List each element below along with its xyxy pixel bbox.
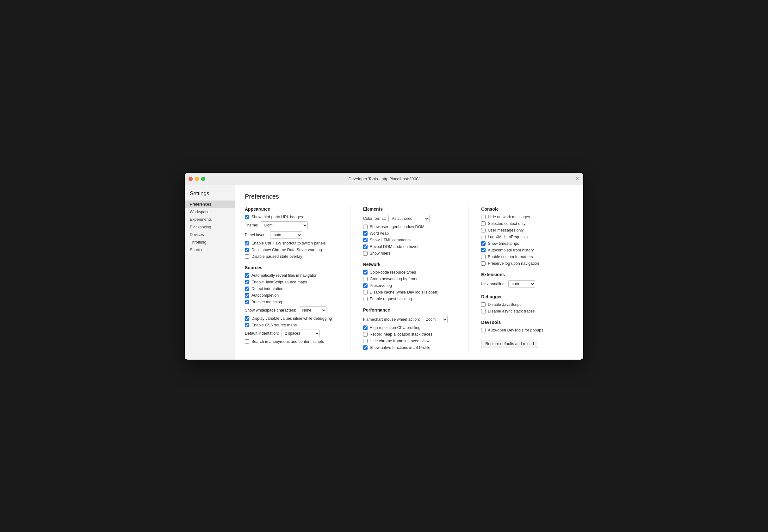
css-source-maps-label[interactable]: Enable CSS source maps bbox=[245, 323, 297, 327]
sidebar-item-throttling[interactable]: Throttling bbox=[185, 238, 235, 246]
disable-paused-label[interactable]: Disable paused state overlay bbox=[245, 254, 302, 259]
show-native-functions-row: Show native functions in JS Profile bbox=[363, 345, 456, 350]
hide-chrome-frame-label[interactable]: Hide chrome frame in Layers view bbox=[363, 339, 430, 343]
search-anonymous-label[interactable]: Search in anonymous and content scripts bbox=[245, 339, 324, 344]
auto-reveal-label[interactable]: Automatically reveal files in navigator bbox=[245, 273, 317, 278]
bracket-matching-checkbox[interactable] bbox=[245, 300, 249, 304]
request-blocking-checkbox[interactable] bbox=[363, 297, 368, 301]
group-network-checkbox[interactable] bbox=[363, 277, 368, 281]
sidebar-item-blackboxing[interactable]: Blackboxing bbox=[185, 223, 235, 231]
user-agent-shadow-text: Show user agent shadow DOM bbox=[370, 225, 424, 229]
custom-formatters-label[interactable]: Enable custom formatters bbox=[481, 255, 533, 259]
default-indentation-select[interactable]: 2 spaces 4 spaces 8 spaces Tab character bbox=[282, 330, 320, 337]
reveal-dom-label[interactable]: Reveal DOM node on hover bbox=[363, 244, 419, 249]
auto-reveal-checkbox[interactable] bbox=[245, 273, 249, 278]
search-anonymous-checkbox[interactable] bbox=[245, 339, 249, 344]
restore-defaults-button[interactable]: Restore defaults and reload bbox=[481, 340, 538, 348]
user-messages-checkbox[interactable] bbox=[481, 228, 486, 232]
sidebar-item-workspace[interactable]: Workspace bbox=[185, 208, 235, 216]
minimize-traffic-light[interactable] bbox=[195, 177, 199, 181]
sidebar-item-experiments[interactable]: Experiments bbox=[185, 216, 235, 223]
request-blocking-label[interactable]: Enable request blocking bbox=[363, 297, 412, 301]
autocomplete-history-label[interactable]: Autocomplete from history bbox=[481, 248, 534, 252]
whitespace-select[interactable]: None All Trailing bbox=[299, 306, 326, 314]
group-network-label[interactable]: Group network log by frame bbox=[363, 277, 418, 281]
data-saver-label[interactable]: Don't show Chrome Data Saver warning bbox=[245, 248, 322, 252]
log-xmlhttp-checkbox[interactable] bbox=[481, 235, 486, 239]
selected-context-checkbox[interactable] bbox=[481, 221, 486, 226]
hide-network-messages-label[interactable]: Hide network messages bbox=[481, 215, 530, 219]
autocompletion-checkbox[interactable] bbox=[245, 293, 249, 298]
user-agent-shadow-label[interactable]: Show user agent shadow DOM bbox=[363, 225, 424, 229]
record-heap-checkbox[interactable] bbox=[363, 332, 368, 337]
css-source-maps-checkbox[interactable] bbox=[245, 323, 249, 327]
close-button[interactable]: × bbox=[576, 176, 579, 181]
custom-formatters-checkbox[interactable] bbox=[481, 255, 486, 259]
detect-indentation-label[interactable]: Detect indentation bbox=[245, 287, 283, 291]
show-native-functions-label[interactable]: Show native functions in JS Profile bbox=[363, 345, 430, 350]
disable-cache-checkbox[interactable] bbox=[363, 290, 368, 294]
sidebar-item-preferences[interactable]: Preferences bbox=[185, 201, 235, 208]
record-heap-text: Record heap allocation stack traces bbox=[370, 332, 432, 337]
show-rulers-label[interactable]: Show rulers bbox=[363, 251, 391, 256]
color-code-checkbox[interactable] bbox=[363, 270, 368, 275]
color-format-select[interactable]: As authored HEX RGB HSL bbox=[388, 215, 430, 222]
record-heap-label[interactable]: Record heap allocation stack traces bbox=[363, 332, 432, 337]
disable-cache-label[interactable]: Disable cache (while DevTools is open) bbox=[363, 290, 438, 294]
word-wrap-checkbox[interactable] bbox=[363, 231, 368, 236]
zoom-traffic-light[interactable] bbox=[201, 177, 205, 181]
bracket-matching-label[interactable]: Bracket matching bbox=[245, 300, 282, 304]
show-timestamps-label[interactable]: Show timestamps bbox=[481, 241, 519, 246]
search-anonymous-text: Search in anonymous and content scripts bbox=[251, 339, 324, 344]
word-wrap-label[interactable]: Word wrap bbox=[363, 231, 389, 236]
show-third-party-checkbox[interactable] bbox=[245, 215, 249, 219]
color-code-label[interactable]: Color-code resource types bbox=[363, 270, 416, 275]
user-agent-shadow-checkbox[interactable] bbox=[363, 225, 368, 229]
preserve-log-checkbox[interactable] bbox=[363, 283, 368, 288]
show-third-party-label[interactable]: Show third party URL badges bbox=[245, 215, 303, 219]
selected-context-label[interactable]: Selected context only bbox=[481, 221, 525, 226]
autocomplete-history-checkbox[interactable] bbox=[481, 248, 486, 252]
high-resolution-checkbox[interactable] bbox=[363, 325, 368, 330]
show-timestamps-checkbox[interactable] bbox=[481, 241, 486, 246]
disable-javascript-label[interactable]: Disable JavaScript bbox=[481, 302, 521, 307]
hide-chrome-frame-checkbox[interactable] bbox=[363, 339, 368, 343]
auto-open-checkbox[interactable] bbox=[481, 328, 486, 332]
show-native-functions-checkbox[interactable] bbox=[363, 345, 368, 350]
html-comments-checkbox[interactable] bbox=[363, 238, 368, 242]
disable-async-label[interactable]: Disable async stack traces bbox=[481, 309, 535, 313]
autocompletion-label[interactable]: Autocompletion bbox=[245, 293, 279, 298]
ctrl-shortcut-label[interactable]: Enable Ctrl + 1-9 shortcut to switch pan… bbox=[245, 241, 326, 245]
disable-javascript-checkbox[interactable] bbox=[481, 302, 486, 307]
sidebar-item-shortcuts[interactable]: Shortcuts bbox=[185, 246, 235, 254]
link-handling-select[interactable]: auto default bbox=[508, 280, 535, 288]
sidebar-item-devices[interactable]: Devices bbox=[185, 231, 235, 238]
show-rulers-checkbox[interactable] bbox=[363, 251, 368, 256]
reveal-dom-checkbox[interactable] bbox=[363, 244, 368, 249]
auto-open-label[interactable]: Auto-open DevTools for popups bbox=[481, 328, 543, 332]
display-variable-checkbox[interactable] bbox=[245, 316, 249, 321]
sources-title: Sources bbox=[245, 265, 338, 270]
preserve-log-label[interactable]: Preserve log bbox=[363, 283, 392, 288]
js-source-maps-label[interactable]: Enable JavaScript source maps bbox=[245, 280, 307, 284]
preserve-log-nav-label[interactable]: Preserve log upon navigation bbox=[481, 261, 539, 266]
panel-layout-select[interactable]: auto horizontal vertical bbox=[270, 231, 302, 239]
detect-indentation-checkbox[interactable] bbox=[245, 287, 249, 291]
preserve-log-nav-checkbox[interactable] bbox=[481, 261, 486, 266]
default-indentation-label: Default indentation: bbox=[245, 331, 279, 336]
data-saver-checkbox[interactable] bbox=[245, 248, 249, 252]
ctrl-shortcut-checkbox[interactable] bbox=[245, 241, 249, 245]
flamechart-select[interactable]: Zoom Scroll bbox=[423, 316, 448, 323]
display-variable-label[interactable]: Display variable values inline while deb… bbox=[245, 316, 332, 321]
disable-async-checkbox[interactable] bbox=[481, 309, 486, 313]
hide-network-messages-checkbox[interactable] bbox=[481, 215, 486, 219]
log-xmlhttp-label[interactable]: Log XMLHttpRequests bbox=[481, 235, 528, 239]
js-source-maps-checkbox[interactable] bbox=[245, 280, 249, 284]
settings-content: Settings Preferences Workspace Experimen… bbox=[185, 185, 583, 360]
html-comments-label[interactable]: Show HTML comments bbox=[363, 238, 411, 242]
theme-select[interactable]: Light Dark System preference bbox=[261, 221, 308, 229]
high-resolution-label[interactable]: High resolution CPU profiling bbox=[363, 325, 421, 330]
close-traffic-light[interactable] bbox=[189, 177, 193, 181]
user-messages-label[interactable]: User messages only bbox=[481, 228, 523, 232]
disable-paused-checkbox[interactable] bbox=[245, 254, 249, 259]
